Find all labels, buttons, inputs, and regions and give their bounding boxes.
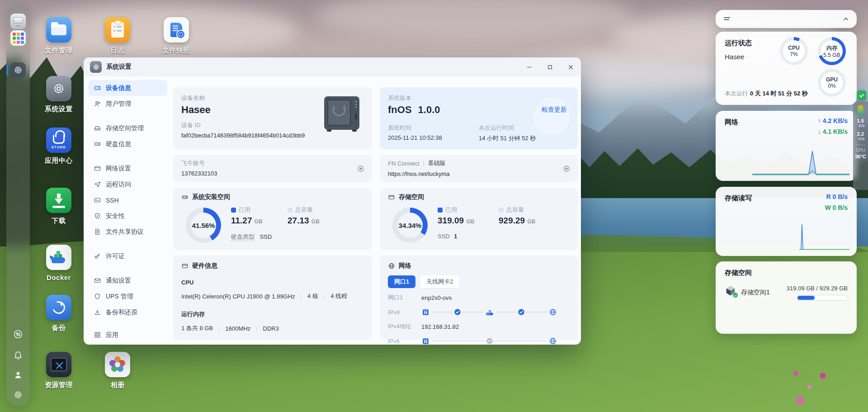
nav-label: 网络设置 — [106, 165, 131, 173]
nav-security[interactable]: 安全性 — [88, 208, 167, 224]
used-legend-swatch — [231, 208, 236, 213]
mini-cpu-temp: 36°C — [853, 154, 868, 159]
total-value: 929.29 — [499, 216, 525, 225]
active-app-indicator — [6, 65, 8, 76]
fn-account-label: 飞牛账号 — [181, 159, 364, 167]
system-time-label: 系统时间 — [388, 124, 479, 132]
tab-port1[interactable]: 网口1 — [388, 275, 415, 288]
desktop-app-log[interactable]: 日志 — [93, 17, 142, 55]
store-text: STORE — [52, 145, 66, 149]
fn-account-value: 13762332103 — [181, 170, 364, 177]
donut-percent: 41.56% — [192, 222, 215, 229]
cpu-cores: 4 核 — [307, 292, 318, 300]
card-title: 存储空间 — [399, 193, 424, 201]
app-label: 日志 — [93, 46, 142, 55]
nav-notifications[interactable]: 通知设置 — [88, 273, 167, 289]
mini-up-unit: K/s — [859, 123, 864, 128]
storage-space-card: 存储空间 34.34% 已用 319.09 GB 总容量 929.29 GB S… — [380, 188, 578, 250]
desktop-app-snapshot[interactable]: 文件快照 — [151, 17, 201, 55]
download-arrow-icon: ↓ — [818, 128, 821, 135]
app-label: 系统设置 — [34, 105, 84, 114]
show-desktop-icon[interactable] — [10, 14, 26, 29]
volume-usage: 319.09 GB / 929.29 GB — [787, 285, 848, 292]
memory-size: 1 条共 8 GB — [181, 324, 213, 332]
mini-monitor-strip[interactable]: 1.5 ↑K/s 2.2 ↓K/s CPU 36°C — [853, 101, 868, 190]
bell-icon[interactable] — [10, 347, 26, 363]
app-grid-icon[interactable] — [10, 30, 26, 46]
nav-label: 存储空间管理 — [106, 124, 144, 133]
ipv4-address: 192.168.31.82 — [421, 323, 459, 330]
healthy-check-icon — [732, 292, 738, 298]
nav-file-sharing[interactable]: 文件共享协议 — [88, 224, 167, 240]
gpu-donut: GPU0% — [818, 69, 846, 97]
desktop-app-download[interactable]: 下载 — [34, 188, 84, 225]
nav-user-management[interactable]: 用户管理 — [88, 96, 167, 112]
desktop-app-settings[interactable]: 系统设置 — [34, 76, 84, 114]
read-rate: R 0 B/s — [825, 193, 848, 200]
fn-account-card: 飞牛账号 13762332103 — [173, 155, 372, 182]
close-button[interactable] — [560, 57, 581, 76]
tab-wireless2[interactable]: 无线网卡2 — [420, 275, 459, 288]
memory-label: 内存 — [826, 44, 837, 52]
ipv4-address-label: IPv4地址 — [388, 322, 421, 331]
used-legend-swatch — [438, 208, 443, 213]
ipv6-label: IPv6 — [388, 338, 421, 345]
nav-storage-management[interactable]: 存储空间管理 — [88, 120, 167, 136]
nav-disk-info[interactable]: 硬盘信息 — [88, 136, 167, 152]
nav-device-info[interactable]: 设备信息 — [88, 80, 167, 96]
nav-license[interactable]: 许可证 — [88, 248, 167, 264]
disk-sparkline — [752, 223, 849, 251]
disk-io-widget: 存储读写 R 0 B/s W 0 B/s — [716, 187, 857, 256]
nav-ups[interactable]: UPS 管理 — [88, 289, 167, 304]
nav-ssh[interactable]: SSH — [88, 192, 167, 208]
nav-backup-restore[interactable]: 备份和还原 — [88, 304, 167, 320]
gpu-value: 0% — [828, 83, 835, 89]
shield-check-icon[interactable] — [857, 90, 866, 100]
desktop-app-docker[interactable]: Docker — [34, 245, 84, 281]
visibility-icon[interactable] — [562, 165, 571, 173]
system-space-donut: 41.56% — [186, 208, 221, 243]
gear-icon — [46, 76, 71, 101]
desktop-app-resource[interactable]: 资源管理 — [34, 352, 84, 389]
sync-arrows-icon — [46, 295, 71, 320]
clipboard-icon — [105, 17, 130, 43]
app-label: 文件管理 — [34, 46, 84, 55]
maximize-button[interactable] — [539, 57, 560, 76]
desktop-app-photos[interactable]: 相册 — [93, 352, 142, 389]
nav-label: 通知设置 — [106, 277, 131, 285]
gear-icon[interactable] — [10, 387, 26, 403]
product-name: fnOS — [388, 104, 412, 116]
app-label: Docker — [34, 274, 84, 281]
minimize-button[interactable] — [519, 57, 539, 76]
total-legend-swatch — [288, 208, 292, 213]
titlebar[interactable]: 系统设置 — [84, 57, 581, 76]
mini-down-unit: K/s — [859, 137, 864, 141]
user-icon[interactable] — [10, 367, 26, 383]
desktop-app-files[interactable]: 文件管理 — [34, 17, 84, 55]
desktop-app-appcenter[interactable]: STORE 应用中心 — [34, 128, 84, 165]
camera-icon — [176, 30, 185, 39]
window-title: 系统设置 — [106, 63, 132, 71]
visibility-icon[interactable] — [357, 165, 365, 173]
used-label: 已用 — [239, 206, 250, 214]
ipv4-connectivity-diagram — [421, 308, 557, 317]
nav-remote-access[interactable]: 远程访问 — [88, 176, 167, 192]
upload-arrow-icon: ↑ — [818, 117, 821, 124]
nav-applications[interactable]: 应用 — [88, 327, 167, 343]
cpu-label: CPU — [788, 45, 799, 51]
dock — [6, 5, 30, 406]
chevron-up-icon[interactable] — [842, 15, 849, 23]
check-update-link[interactable]: 检查更新 — [542, 106, 567, 114]
transfer-icon[interactable] — [10, 327, 26, 342]
card-title: 硬件信息 — [192, 262, 217, 270]
nav-label: 远程访问 — [106, 180, 131, 189]
store-bag-icon: STORE — [46, 128, 71, 153]
card-title: 网络 — [399, 262, 411, 270]
total-label: 总容量 — [506, 206, 524, 214]
fn-connect-tier: 基础版 — [428, 159, 446, 167]
nav-label: UPS 管理 — [106, 293, 133, 301]
filter-icon[interactable] — [723, 15, 731, 23]
settings-gear-icon[interactable] — [10, 62, 26, 78]
nav-network-settings[interactable]: 网络设置 — [88, 161, 167, 176]
desktop-app-backup[interactable]: 备份 — [34, 295, 84, 332]
